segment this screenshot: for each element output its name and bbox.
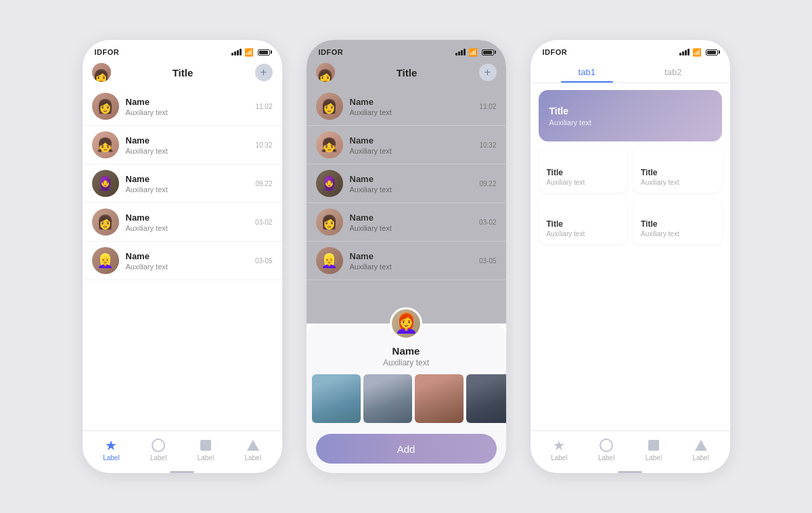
item-aux: Auxiliary text — [126, 147, 256, 155]
item-time: 11:02 — [255, 103, 272, 110]
card-4[interactable]: Title Auxiliary text — [633, 198, 722, 244]
phone1-battery-icon — [258, 49, 270, 55]
nav-item-4[interactable]: Label — [677, 438, 725, 462]
card-2[interactable]: Title Auxiliary text — [633, 147, 722, 193]
phone3-tab-header: tab1 tab2 — [531, 60, 730, 83]
list-item[interactable]: 🧕 Name Auxiliary text 09:22 — [307, 164, 506, 203]
phone1-status-icons: 📶 — [231, 48, 270, 57]
nav-item-3[interactable]: Label — [182, 438, 229, 462]
phone2-status-icons: 📶 — [455, 48, 494, 57]
phone3-status-icons: 📶 — [679, 48, 718, 57]
item-time: 11:02 — [479, 103, 496, 110]
avatar: 👱‍♀️ — [92, 247, 119, 274]
item-time: 09:22 — [255, 180, 272, 187]
phone1-nav-header: 👩 Title + — [83, 60, 282, 87]
item-aux: Auxiliary text — [350, 263, 479, 271]
list-item[interactable]: 👩 Name Auxiliary text 03-02 — [83, 203, 282, 242]
home-indicator — [170, 471, 194, 473]
item-time: 09:22 — [479, 180, 496, 187]
item-name: Name — [350, 213, 479, 223]
nav-item-home[interactable]: ★ Label — [536, 438, 583, 462]
item-name: Name — [126, 135, 256, 146]
phone2-add-button[interactable]: + — [479, 64, 497, 81]
list-item[interactable]: 👧 Name Auxiliary text 10:32 — [307, 126, 506, 164]
tab-tab1[interactable]: tab1 — [544, 60, 631, 83]
phone1-list: 👩 Name Auxiliary text 11:02 👧 Name Auxil… — [83, 87, 282, 430]
list-item[interactable]: 👩 Name Auxiliary text 11:02 — [83, 87, 282, 126]
list-item[interactable]: 👧 Name Auxiliary text 10:32 — [83, 126, 282, 164]
phone2-status-bar: IDFOR 📶 — [307, 40, 506, 60]
phone2-brand: IDFOR — [319, 48, 344, 56]
item-name: Name — [126, 251, 255, 261]
item-aux: Auxiliary text — [350, 147, 480, 155]
item-name: Name — [350, 251, 479, 261]
list-item[interactable]: 🧕 Name Auxiliary text 09:22 — [83, 164, 282, 203]
triangle-icon — [246, 438, 261, 453]
card-title: Title — [547, 219, 620, 229]
nav-item-3[interactable]: Label — [630, 438, 677, 462]
avatar: 🧕 — [92, 170, 119, 197]
avatar: 👩 — [92, 208, 119, 236]
tab-tab2[interactable]: tab2 — [630, 60, 717, 83]
phone1-header-avatar: 👩 — [92, 63, 111, 82]
modal-photos — [307, 367, 506, 430]
photo-1[interactable] — [312, 374, 361, 423]
item-name: Name — [350, 174, 480, 184]
square-icon — [646, 438, 661, 453]
phone2-header-avatar: 👩 — [316, 63, 335, 82]
item-time: 03-05 — [479, 257, 497, 265]
phone3: IDFOR 📶 tab1 tab2 — [531, 40, 730, 473]
tab1-label: tab1 — [579, 67, 595, 77]
nav-label: Label — [244, 454, 261, 462]
phone1-brand: IDFOR — [95, 48, 120, 56]
phone2-wifi-icon: 📶 — [468, 48, 478, 57]
item-name: Name — [126, 213, 255, 223]
phone3-tab-content: Title Auxiliary text Title Auxiliary tex… — [531, 83, 730, 430]
item-time: 03-05 — [255, 257, 273, 265]
item-time: 10:32 — [255, 141, 272, 149]
nav-label: Label — [646, 454, 662, 462]
nav-label: Label — [598, 454, 614, 462]
phone1-add-button[interactable]: + — [255, 64, 273, 81]
add-button[interactable]: Add — [316, 434, 497, 464]
list-item[interactable]: 👱‍♀️ Name Auxiliary text 03-05 — [307, 242, 506, 280]
nav-item-home[interactable]: ★ Label — [88, 438, 135, 462]
nav-item-2[interactable]: Label — [135, 438, 182, 462]
phone2-title: Title — [335, 67, 479, 79]
phone3-brand: IDFOR — [543, 48, 568, 56]
photo-2[interactable] — [363, 374, 412, 423]
phone2-battery-icon — [482, 49, 494, 55]
circle-icon — [151, 438, 166, 453]
avatar: 👧 — [316, 131, 343, 158]
item-aux: Auxiliary text — [126, 108, 256, 116]
item-aux: Auxiliary text — [126, 224, 255, 232]
list-item[interactable]: 👩 Name Auxiliary text 11:02 — [307, 87, 506, 126]
photo-4[interactable] — [466, 374, 506, 423]
avatar: 👩 — [316, 208, 343, 236]
card-3[interactable]: Title Auxiliary text — [539, 198, 628, 244]
nav-label: Label — [692, 454, 708, 462]
nav-label: Label — [198, 454, 214, 462]
phone2-modal-sheet: 👩‍🦰 Name Auxiliary text Add — [307, 324, 506, 473]
square-icon — [198, 438, 213, 453]
nav-item-4[interactable]: Label — [229, 438, 277, 462]
photo-3[interactable] — [415, 374, 464, 423]
phone1-bottom-nav: ★ Label Label Label Label — [83, 430, 282, 468]
phone3-signal-icon — [679, 49, 690, 55]
star-icon: ★ — [104, 438, 118, 453]
list-item[interactable]: 👱‍♀️ Name Auxiliary text 03-05 — [83, 242, 282, 280]
nav-item-2[interactable]: Label — [583, 438, 630, 462]
phone1: IDFOR 📶 👩 Title + 👩 — [83, 40, 282, 473]
banner-card[interactable]: Title Auxiliary text — [539, 90, 722, 141]
triangle-icon — [694, 438, 708, 453]
card-1[interactable]: Title Auxiliary text — [539, 147, 628, 193]
nav-label: Label — [551, 454, 567, 462]
card-row-2: Title Auxiliary text Title Auxiliary tex… — [539, 198, 722, 244]
card-aux: Auxiliary text — [641, 179, 714, 186]
phone3-battery-icon — [706, 49, 718, 55]
list-item[interactable]: 👩 Name Auxiliary text 03-02 — [307, 203, 506, 242]
banner-aux: Auxiliary text — [549, 118, 711, 127]
card-aux: Auxiliary text — [547, 230, 620, 238]
modal-name: Name — [307, 345, 506, 357]
avatar: 👩 — [92, 93, 119, 120]
